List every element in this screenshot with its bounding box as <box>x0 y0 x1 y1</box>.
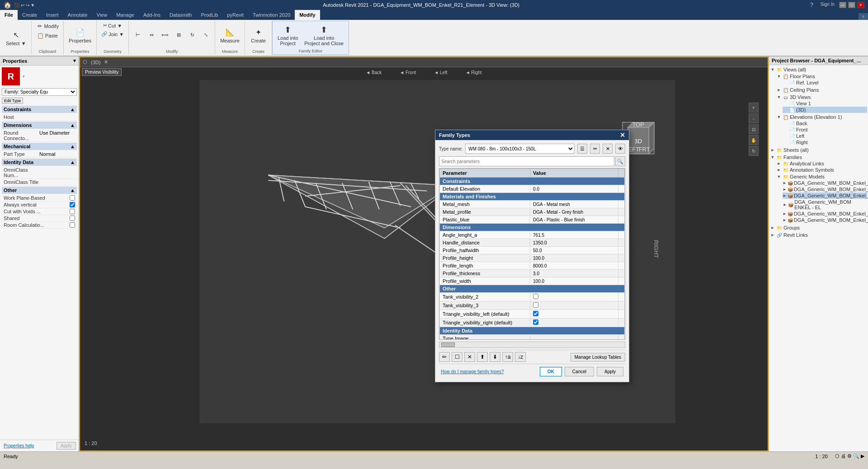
profile-halfwidth-input[interactable] <box>533 248 569 253</box>
back-nav-btn[interactable]: ◄ Back <box>366 70 382 75</box>
properties-collapse-icon[interactable]: ▾ <box>73 58 76 64</box>
param-value[interactable] <box>530 208 618 216</box>
elev-left-row[interactable]: 📄 Left <box>783 133 867 139</box>
dga-r21-2-row[interactable]: ► 📦 DGA_Generic_WM_BOM_Enkel_R21 <box>783 217 867 223</box>
join-btn[interactable]: 🔗 Join ▼ <box>99 30 126 38</box>
zoom-fit-btn[interactable]: ⊡ <box>749 124 759 134</box>
apply-btn[interactable]: Apply <box>597 367 623 376</box>
param-value[interactable] <box>530 254 618 262</box>
revit-links-row[interactable]: ► 🔗 Revit Links <box>770 232 867 238</box>
section-constraints[interactable]: Constraints ▲ <box>2 106 77 113</box>
mirror-btn[interactable]: ⟺ <box>159 31 171 39</box>
zoom-in-btn[interactable]: + <box>749 103 759 113</box>
align-btn[interactable]: ⊢ <box>132 31 144 39</box>
measure-btn[interactable]: 📐 Measure <box>218 26 242 45</box>
section-identity[interactable]: Identity Data ▲ <box>2 159 77 166</box>
move-up-btn[interactable]: ⬆ <box>477 352 488 362</box>
param-value[interactable] <box>530 247 618 254</box>
family-select[interactable]: Family: Specialty Equ <box>2 88 77 96</box>
new-type-btn[interactable]: ☰ <box>577 144 587 154</box>
param-value[interactable] <box>530 216 618 224</box>
3d-views-row[interactable]: ▼ 🗂 3D Views <box>776 94 867 100</box>
tab-modify[interactable]: Modify <box>295 10 320 20</box>
properties-help-link[interactable]: Properties help <box>2 441 36 450</box>
param-value[interactable] <box>530 231 618 239</box>
search-btn[interactable]: 🔍 <box>615 156 625 166</box>
dga-ele-row[interactable]: ► 📦 DGA_Generic_WM_BOM_Enkel_R21_Ele <box>783 192 867 199</box>
pan-btn[interactable]: ✋ <box>749 135 759 145</box>
ref-level-row[interactable]: 📄 Ref. Level <box>783 80 867 86</box>
triangle-right-checkbox[interactable] <box>533 319 538 325</box>
properties-btn[interactable]: 📄 Properties <box>66 26 94 45</box>
edit-type-btn[interactable]: Edit Type <box>2 98 23 104</box>
sheets-row[interactable]: ► 📁 Sheets (all) <box>770 147 867 153</box>
handle-distance-input[interactable] <box>533 240 569 245</box>
angle-length-input[interactable] <box>533 233 569 238</box>
cut-voids-checkbox[interactable] <box>70 209 75 214</box>
profile-width-input[interactable] <box>533 279 569 284</box>
type-name-select[interactable]: WM 080 - 8m - 100x100x3 - 150L <box>465 144 575 154</box>
preview-type-btn[interactable]: 👁 <box>615 144 625 154</box>
tab-addins[interactable]: Add-Ins <box>139 10 165 20</box>
offset-btn[interactable]: ⇔ <box>145 31 158 39</box>
ceiling-plans-row[interactable]: ► 📋 Ceiling Plans <box>776 87 867 93</box>
section-mechanical[interactable]: Mechanical ▲ <box>2 143 77 150</box>
dga-enkel-row[interactable]: ► 📦 DGA_Generic_WM_BOM ENKEL - EL <box>783 199 867 211</box>
param-value[interactable] <box>530 270 618 277</box>
plastic-blue-input[interactable] <box>533 217 601 222</box>
add-param-btn[interactable]: ☐ <box>452 352 462 362</box>
elev-front-row[interactable]: 📄 Front <box>783 127 867 133</box>
metal-profile-input[interactable] <box>533 210 601 215</box>
tab-manage[interactable]: Manage <box>112 10 139 20</box>
dga-r21-row[interactable]: ► 📦 DGA_Generic_WM_BOM_Enkel_R21_ <box>783 186 867 192</box>
groups-row[interactable]: ► 📁 Groups <box>770 225 867 231</box>
section-other[interactable]: Other ▲ <box>2 187 77 194</box>
rename-type-btn[interactable]: ✏ <box>590 144 600 154</box>
sign-in-btn[interactable]: Sign In <box>818 2 837 8</box>
search-input[interactable] <box>439 156 614 166</box>
ok-btn[interactable]: OK <box>540 367 562 376</box>
annotation-symbols-row[interactable]: ► 📁 Annotation Symbols <box>776 167 867 173</box>
3d-view-row[interactable]: 📄 (3D) <box>783 107 867 113</box>
families-row[interactable]: ▼ 📁 Families <box>770 154 867 160</box>
always-vertical-checkbox[interactable] <box>70 202 75 207</box>
dialog-close-btn[interactable]: ✕ <box>620 132 625 138</box>
views-all-row[interactable]: ▼ 📁 Views (all) <box>770 66 867 73</box>
load-into-project-btn[interactable]: ⬆ Load intoProject <box>275 23 300 47</box>
param-value[interactable] <box>530 310 618 319</box>
param-value[interactable] <box>530 277 618 285</box>
tank-vis-2-checkbox[interactable] <box>533 294 538 299</box>
triangle-left-checkbox[interactable] <box>533 311 538 316</box>
param-value[interactable] <box>530 293 618 301</box>
param-value[interactable] <box>530 239 618 247</box>
tab-annotate[interactable]: Annotate <box>63 10 92 20</box>
section-dimensions[interactable]: Dimensions ▲ <box>2 122 77 129</box>
array-btn[interactable]: ⊞ <box>172 31 185 39</box>
tab-file[interactable]: File <box>0 10 18 20</box>
tank-vis-3-checkbox[interactable] <box>533 302 538 308</box>
dga-air-row[interactable]: ► 📦 DGA_Generic_WM_BOM_Enkel_R21_Air <box>783 180 867 186</box>
zoom-out-btn[interactable]: - <box>749 113 759 123</box>
tab-datasmith[interactable]: Datasmith <box>165 10 197 20</box>
profile-thickness-input[interactable] <box>533 271 569 276</box>
manage-lookup-btn[interactable]: Manage Lookup Tables <box>571 353 625 361</box>
delete-param-btn[interactable]: ✕ <box>464 352 475 362</box>
left-nav-btn[interactable]: ◄ Left <box>434 70 447 75</box>
tab-view[interactable]: View <box>92 10 112 20</box>
analytical-links-row[interactable]: ► 📁 Analytical Links <box>776 160 867 167</box>
profile-length-input[interactable] <box>533 263 569 268</box>
create-btn[interactable]: ✦ Create <box>249 26 268 45</box>
maximize-btn[interactable]: □ <box>848 2 855 8</box>
floor-plans-row[interactable]: ▼ 📋 Floor Plans <box>776 73 867 80</box>
generic-models-row[interactable]: ▼ 📁 Generic Models <box>776 174 867 180</box>
work-plane-checkbox[interactable] <box>70 195 75 201</box>
edit-param-btn[interactable]: ✏ <box>439 352 450 362</box>
tab-create[interactable]: Create <box>18 10 42 20</box>
param-value[interactable] <box>530 185 618 193</box>
param-value[interactable] <box>530 262 618 270</box>
tab-pyrevit[interactable]: pyRevit <box>222 10 248 20</box>
help-icon[interactable]: ? <box>807 2 816 8</box>
rotate-btn[interactable]: ↻ <box>186 31 198 39</box>
cut-btn[interactable]: ✂ Cut ▼ <box>101 22 124 29</box>
table-hscroll[interactable] <box>439 342 625 348</box>
